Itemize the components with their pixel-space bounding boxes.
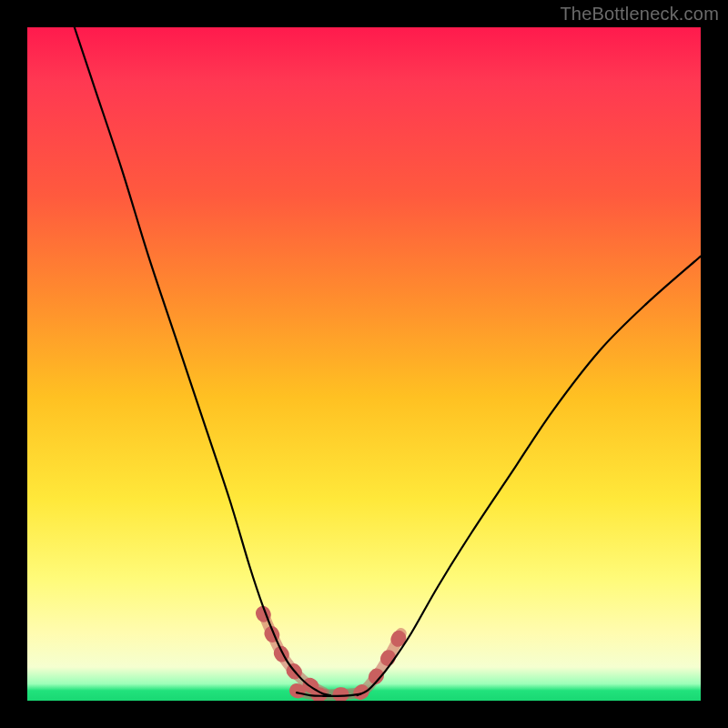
watermark-text: TheBottleneck.com (560, 4, 719, 25)
chart-plot-area (27, 27, 701, 701)
left-curve (75, 27, 330, 695)
chart-frame: TheBottleneck.com (0, 0, 728, 728)
chart-curves-svg (27, 27, 701, 701)
curve-layer (75, 27, 701, 696)
right-curve (358, 257, 701, 695)
